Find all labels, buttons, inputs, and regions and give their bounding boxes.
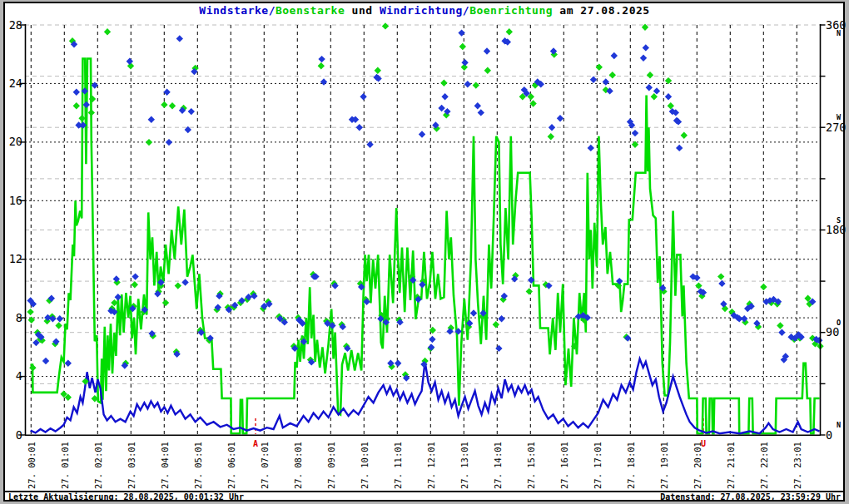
x-tick-label: 27. 03:01 [127,442,137,489]
x-tick-label: 27. 18:01 [626,442,636,489]
right-axis-label: 0 [826,428,832,442]
x-tick-label: 27. 01:01 [60,442,70,489]
x-tick-label: 27. 11:01 [393,442,403,489]
x-tick-label: 27. 07:01 [260,442,270,489]
boenstarke-line [31,59,820,434]
sun-marker-label: A [253,439,258,448]
compass-letter: W [837,113,842,121]
left-axis-label: 12 [9,252,22,265]
right-axis-label: 90 [826,325,839,338]
x-tick-label: 27. 09:01 [326,442,336,489]
wind-chart: AU0481216202428360N270W180S90O0N27. 00:0… [0,0,849,504]
x-tick-label: 27. 21:01 [726,442,736,489]
x-tick-label: 27. 14:01 [493,442,503,489]
x-tick-label: 27. 19:01 [659,442,669,489]
x-tick-label: 27. 12:01 [426,442,436,489]
x-tick-label: 27. 05:01 [193,442,203,489]
x-tick-label: 27. 15:01 [526,442,536,489]
windrichtung-points [27,29,822,381]
right-axis-label: 180 [826,223,846,236]
x-tick-label: 27. 00:01 [27,442,37,489]
left-axis-label: 8 [16,311,22,324]
left-axis-label: 20 [9,135,22,148]
data-timestamp-text: Datenstand: 27.08.2025, 23:59:29 Uhr [660,492,841,502]
compass-letter: O [837,319,841,327]
x-tick-label: 27. 04:01 [160,442,170,489]
left-axis-label: 4 [16,369,22,383]
compass-letter: N [837,29,841,37]
x-tick-label: 27. 23:01 [792,442,802,489]
x-tick-label: 27. 17:01 [593,442,603,489]
right-axis-label: 270 [826,121,846,134]
weather-chart-page: Windstarke/Boenstarke und Windrichtung/B… [0,0,849,504]
compass-letter: N [837,421,841,429]
x-tick-label: 27. 13:01 [459,442,469,489]
x-tick-label: 27. 10:01 [360,442,370,489]
x-tick-label: 27. 16:01 [559,442,569,489]
boenrichtung-points [27,22,823,402]
x-tick-label: 27. 02:01 [93,442,103,489]
x-tick-label: 27. 08:01 [293,442,303,489]
windstarke-line [31,358,820,433]
left-axis-label: 0 [16,428,22,442]
x-tick-label: 27. 06:01 [226,442,236,489]
left-axis-label: 24 [9,77,22,90]
left-axis-label: 28 [9,18,22,32]
x-tick-label: 27. 20:01 [693,442,703,489]
x-tick-label: 27. 22:01 [759,442,769,489]
compass-letter: S [837,216,841,225]
left-axis-label: 16 [9,194,22,207]
last-update-text: Letzte Aktualisierung: 28.08.2025, 00:01… [8,492,244,502]
